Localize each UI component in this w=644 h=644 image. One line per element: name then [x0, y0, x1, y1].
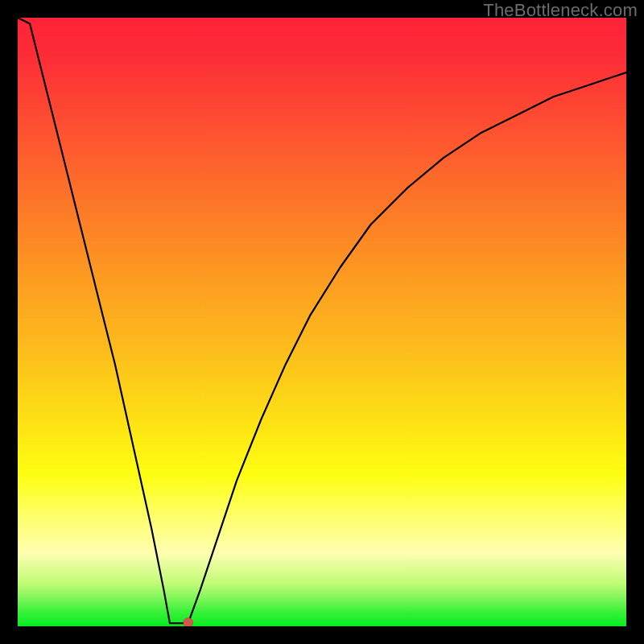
optimal-point-marker: [184, 618, 193, 627]
chart-container: TheBottleneck.com: [0, 0, 644, 644]
watermark-text: TheBottleneck.com: [483, 0, 638, 21]
plot-area: [18, 18, 626, 626]
bottleneck-curve: [18, 18, 626, 623]
curve-layer: [18, 18, 626, 626]
